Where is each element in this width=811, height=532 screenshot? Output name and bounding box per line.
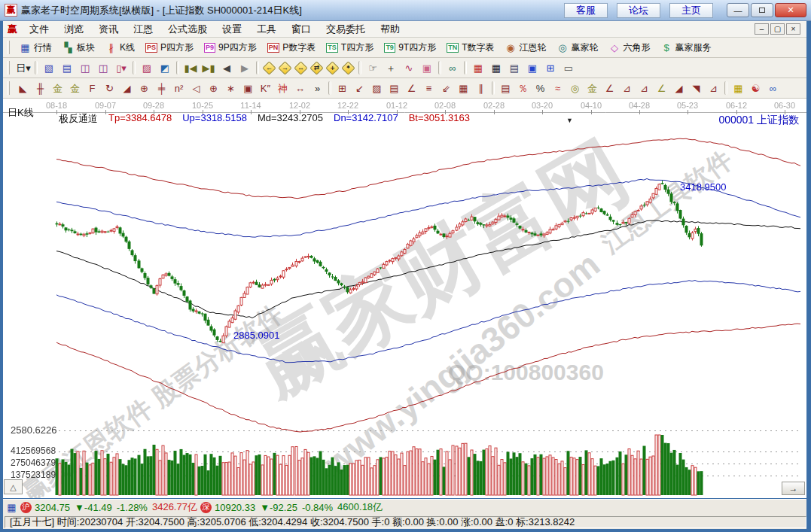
gann-wheel-button[interactable]: ◉ 江恩轮 xyxy=(500,40,552,56)
gold-circle-tool[interactable]: ◎ xyxy=(566,81,584,96)
save-as-button[interactable]: ⊞ xyxy=(541,60,559,76)
mdi-close-button[interactable]: × xyxy=(786,23,800,35)
grid-yellow-tool[interactable]: ▦ xyxy=(730,81,747,96)
search-binoculars-button[interactable]: ∞ xyxy=(444,60,462,76)
sectors-button[interactable]: ▚ 板块 xyxy=(57,40,100,56)
box-star-tool[interactable]: ▣ xyxy=(239,81,257,96)
gold-angle-tool[interactable]: ∠ xyxy=(653,81,670,96)
measure-tool[interactable]: ⊿ xyxy=(705,81,722,96)
mdi-minimize-button[interactable]: – xyxy=(755,23,769,35)
k-prime-tool[interactable]: Κ″ xyxy=(257,81,274,96)
menu-item[interactable]: 帮助 xyxy=(373,21,407,38)
nav-first-button[interactable]: ▮◀ xyxy=(181,60,200,76)
menu-item[interactable]: 文件 xyxy=(22,21,56,38)
stamp-tool-button[interactable]: ▣ xyxy=(418,60,436,76)
yin-yang-tool[interactable]: ☯ xyxy=(747,81,764,96)
candle-style-dropdown[interactable]: ▯▾ xyxy=(112,60,130,76)
export-button[interactable]: ▭ xyxy=(559,60,578,76)
shift-left-button[interactable]: ← xyxy=(262,61,276,74)
bars-9-icon[interactable]: ◫ xyxy=(94,60,112,76)
menu-item[interactable]: 工具 xyxy=(249,21,284,38)
menu-item[interactable]: 公式选股 xyxy=(160,21,215,38)
crosshair-tool-button[interactable]: ＋ xyxy=(382,60,400,76)
more-tools[interactable]: » xyxy=(309,81,326,96)
titlebar-link-button[interactable]: 论坛 xyxy=(617,3,660,18)
menu-item[interactable]: 浏览 xyxy=(56,21,91,38)
notepad-button[interactable]: ▤ xyxy=(505,60,523,76)
gold-line-tool[interactable]: 金 xyxy=(584,81,601,96)
grid-tool[interactable]: ╫ xyxy=(32,81,49,96)
zoom-horizontal-button[interactable]: ↔ xyxy=(294,61,307,74)
nav-prev-button[interactable]: ◀ xyxy=(218,60,236,76)
angle-line-tool[interactable]: ∠ xyxy=(601,81,618,96)
winner-service-button[interactable]: $ 赢家服务 xyxy=(656,40,717,56)
p9-square-button[interactable]: P9 9P四方形 xyxy=(199,40,262,56)
color-chart-icon[interactable]: ◩ xyxy=(156,60,174,76)
panel-toggle-button[interactable]: △ xyxy=(4,479,23,494)
t-square-button[interactable]: TS T四方形 xyxy=(321,40,379,56)
list-tool[interactable]: ▤ xyxy=(497,81,514,96)
gold-grid2-tool[interactable]: 金 xyxy=(66,81,84,96)
dense-grid-tool[interactable]: ▦ xyxy=(455,81,472,96)
angle-tool[interactable]: ∠ xyxy=(403,81,420,96)
menu-item[interactable]: 资讯 xyxy=(91,21,126,38)
nav-next-button[interactable]: ▶ xyxy=(236,60,254,76)
trend-up-tool[interactable]: ◢ xyxy=(670,81,688,96)
mirror-tool[interactable]: ◁ xyxy=(188,81,205,96)
shenzhen-market-icon[interactable]: 深 xyxy=(200,502,212,513)
hatch-box-tool[interactable]: ▨ xyxy=(368,81,386,96)
frame-tool[interactable]: ⊞ xyxy=(334,81,351,96)
swap-button[interactable]: ⇄ xyxy=(309,61,323,74)
chart-period-dropdown[interactable]: 日▾ xyxy=(14,60,32,76)
gann-fan-tool[interactable]: ⊕ xyxy=(205,81,222,96)
panel-tool[interactable]: ▤ xyxy=(386,81,403,96)
close-button[interactable]: ✕ xyxy=(775,3,806,17)
width-arrows-tool[interactable]: ↔ xyxy=(291,81,309,96)
infinity-tool[interactable]: ∞ xyxy=(764,81,782,96)
pattern-box-icon[interactable]: ▧ xyxy=(40,60,58,76)
indicator-box-icon[interactable]: ▨ xyxy=(138,60,156,76)
info-note-icon[interactable]: ▤ xyxy=(58,60,76,76)
time-circle-tool[interactable]: ⊕ xyxy=(136,81,153,96)
winner-wheel-button[interactable]: ◎ 赢家轮 xyxy=(552,40,604,56)
quotes-button[interactable]: ▦ 行情 xyxy=(14,40,57,56)
shift-right-button[interactable]: → xyxy=(278,61,291,74)
percent-tool[interactable]: % xyxy=(532,81,549,96)
restore-button[interactable] xyxy=(751,3,773,17)
p-number-table-button[interactable]: PN P数字表 xyxy=(262,40,322,56)
menu-item[interactable]: 交易委托 xyxy=(319,21,373,38)
pen-tool-button[interactable]: ∿ xyxy=(400,60,418,76)
bars-3-icon[interactable]: ◫ xyxy=(76,60,94,76)
brush-tool[interactable]: ◣ xyxy=(14,81,32,96)
down-ray-tool[interactable]: ⇙ xyxy=(438,81,455,96)
p-square-button[interactable]: PS P四方形 xyxy=(140,40,199,56)
hexagon-button[interactable]: ◇ 六角形 xyxy=(604,40,656,56)
gold-grid-tool[interactable]: 金 xyxy=(49,81,66,96)
zoom-in-all-button[interactable]: ＋ xyxy=(325,61,339,74)
shen-grid-tool[interactable]: 神 xyxy=(274,81,291,96)
market-grid-icon[interactable]: ▦ xyxy=(6,502,17,513)
titlebar-link-button[interactable]: 客服 xyxy=(564,3,608,18)
mdi-restore-button[interactable]: ▢ xyxy=(770,23,785,35)
parallel-lines-tool[interactable]: ≡ xyxy=(420,81,438,96)
t-number-table-button[interactable]: TN T数字表 xyxy=(441,40,499,56)
percent-zone-tool[interactable]: ％ xyxy=(514,81,532,96)
kline-button[interactable]: ∦ K线 xyxy=(100,40,140,56)
save-button[interactable]: ▣ xyxy=(523,60,541,76)
trend-down-tool[interactable]: ◥ xyxy=(688,81,705,96)
hand-tool-button[interactable]: ☞ xyxy=(364,60,382,76)
n-square-tool[interactable]: n² xyxy=(170,81,188,96)
parallel-channel-tool[interactable]: ∥ xyxy=(472,81,489,96)
menu-item[interactable]: 窗口 xyxy=(284,21,319,38)
wedge-tool[interactable]: ⊿ xyxy=(618,81,636,96)
calendar-button[interactable]: ▦ xyxy=(469,60,487,76)
calculator-button[interactable]: ▦ xyxy=(487,60,505,76)
fibonacci-grid-tool[interactable]: F xyxy=(84,81,101,96)
minimize-button[interactable]: — xyxy=(727,3,749,17)
titlebar-link-button[interactable]: 主页 xyxy=(669,3,713,18)
brush-ruler-tool[interactable]: ◢ xyxy=(118,81,136,96)
shanghai-market-icon[interactable]: 沪 xyxy=(20,502,32,513)
scroll-right-button[interactable]: → xyxy=(782,482,805,495)
menu-item[interactable]: 江恩 xyxy=(126,21,160,38)
t9-square-button[interactable]: T9 9T四方形 xyxy=(379,40,441,56)
